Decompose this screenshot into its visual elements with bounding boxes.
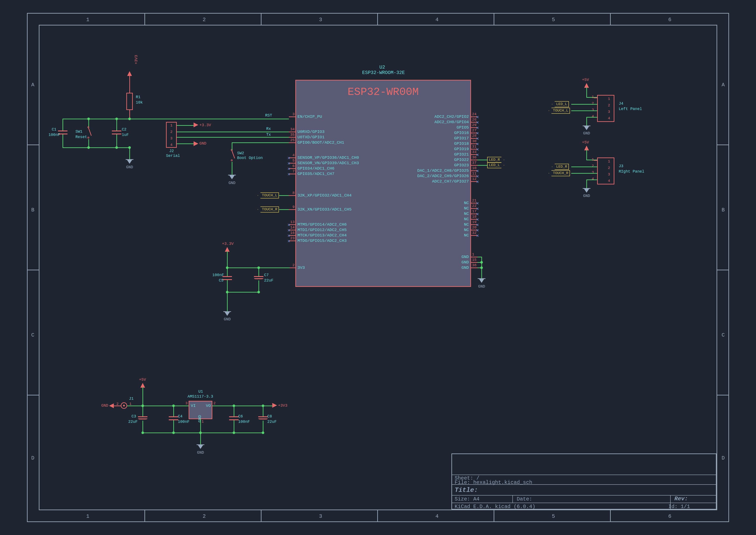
wire-rst [63,119,289,119]
J3-gnd-lbl: GND [583,194,590,198]
tick-l-1 [28,270,39,270]
u2-pin-name-14: MTDI/GPIO12/ADC2_CH5 [297,228,347,232]
u2-rpin-num-22: 22 [472,204,476,208]
u2-rpin-name-1: GND [462,255,469,259]
u2-rpin-num-26: 26 [472,118,476,122]
u2-rpin-name-18: NC [464,217,469,222]
u2-rpin-num-31: 31 [472,145,476,149]
r1-ref: R1 [136,95,141,99]
net-rx: Rx [266,127,271,131]
u2-pin-num-2: 2 [288,263,295,267]
u1-gnd-stub [200,419,201,433]
tick-bot-2 [377,510,378,521]
gnd-u1-lbl: GND [197,450,204,455]
J3-pin-2: 2 [608,166,610,170]
j-g-c4 [172,432,175,434]
tick-bot-1 [261,510,261,521]
r1-bot [129,110,130,119]
u2-rpin-name-27: GPIO16 [454,130,469,135]
u2-pin-name-7: GPIO35/ADC1_CH7 [297,172,334,176]
J3-pin-1: 1 [608,159,610,163]
pwr-3v3-label: +3V3 [134,55,138,64]
tb-gen: KiCad E.D.A. kicad (6.0.4) [455,504,535,510]
J4-gnd-lbl: GND [583,131,590,135]
u2-rpin-name-33: GPIO21 [454,152,469,157]
sw2-horz [232,142,242,143]
tb-id: Id: 1/1 [668,504,690,510]
tag-LED_R: LED_R [487,157,504,163]
c5-val: 100nF [212,273,224,277]
u2-rpin-num-1: 1 [472,252,474,257]
u1-vi: VI [191,404,196,408]
u2-rpin-name-20: NC [464,228,469,232]
J4-ext-4: 4 [592,114,594,119]
J4-val: Left Panel [619,107,642,111]
c57-bot-bus [227,292,259,293]
u2-rpin-name-30: GPIO18 [454,141,469,146]
u2-rpin-name-32: NC [464,233,469,238]
J3-5v-drop [586,150,587,160]
u2-rpin-name-15: GND [462,260,469,265]
J4-gnd-drop [586,117,587,126]
r1-val: 10k [136,100,143,105]
tick-top-4 [610,14,611,25]
u2-name: ESP32-WR00M [296,86,471,98]
u2-pin-stub-3 [289,117,295,117]
J3-ext-1: 1 [592,157,594,161]
pwr-3v3-out-lbl: +3V3 [278,404,287,408]
tb-date: Date: [517,496,532,502]
tick-r-0 [717,145,728,145]
u1-n1: 1 [202,420,204,424]
u2-pin-name-35: U0TXD/GPIO1 [297,135,324,140]
r1 [126,93,133,110]
j-gnd-sw1 [87,146,90,149]
c7-ref: C7 [264,273,269,277]
J3-pin-4: 4 [608,179,610,183]
tb-file: File: hexalight.kicad_sch [455,480,532,485]
c2-top-wire [117,119,117,130]
j-g-c8 [262,432,264,434]
u2-pin-stub-8 [289,195,295,196]
u2-pin-name-2: 3V3 [297,265,305,270]
ruler-right-A: A [722,82,725,88]
title-block: Sheet: / File: hexalight.kicad_sch Title… [451,453,716,510]
u2-pin-name-9: 32K_XN/GPIO33/ADC1_CH5 [297,207,352,212]
net-rst: RST [265,113,272,118]
u2-rpin-num-21: 21 [472,198,476,203]
ruler-right-B: B [722,207,725,213]
wire-LED_R [477,160,487,160]
tick-bot-3 [494,510,494,521]
tag-LED_L: LED_L [552,101,569,107]
u2-pin-stub-2 [289,268,295,268]
c3-top [143,406,143,416]
c8-bot [263,421,263,433]
c2-ref: C2 [122,127,126,131]
u2-ref: U2 [379,65,385,70]
pwr-5v-u1-lbl: +5V [139,378,146,382]
nc-icon: ✕ [476,179,479,185]
u2-pin-stub-9 [289,209,295,210]
u2-rpin-stub-15 [471,262,477,263]
u2-rpin-num-24: 24 [472,112,476,116]
c4-top [173,406,174,416]
nc-icon: ✕ [287,238,290,244]
J3-ext-4: 4 [592,177,594,181]
u2-rpin-name-21: NC [464,201,469,205]
ruler-bot-2: 2 [202,514,206,519]
wire-gnd-ext [117,147,130,148]
J3-ext-2: 2 [592,164,594,168]
u2-rpin-num-15: 15 [472,258,476,262]
j-rst-r1 [128,118,131,120]
j-g-c6 [232,432,235,434]
j1-gnd-lbl: GND [101,404,108,408]
u2-pin-name-8: 32K_XP/GPIO32/ADC1_CH4 [297,193,352,198]
c2-bot-wire [117,134,117,147]
ruler-top-6: 6 [668,17,671,23]
c57-drop [227,251,228,268]
tick-l-0 [28,145,39,145]
u2-rpin-num-10: 10 [472,166,476,170]
u2-rpin-stub-38 [471,268,477,268]
u2-pin-stub-35 [289,137,295,138]
c3-bot [143,421,143,433]
ruler-right-D: D [722,455,725,461]
